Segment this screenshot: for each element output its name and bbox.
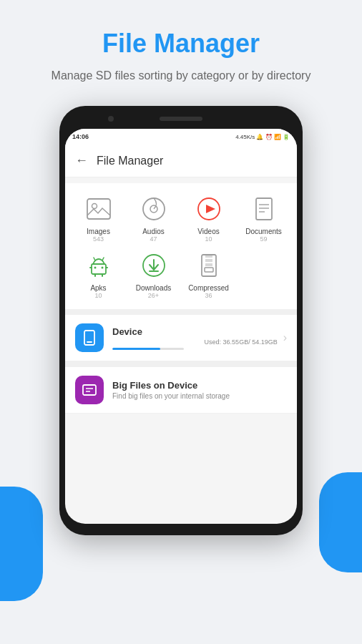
phone-top-bar xyxy=(65,112,297,126)
videos-icon xyxy=(195,195,222,223)
phone-screen: 14:06 4.45K/s 🔔 ⏰ 📶 🔋 ← File Manager xyxy=(65,129,297,524)
documents-count: 59 xyxy=(260,235,267,243)
apks-label: Apks xyxy=(90,284,106,292)
audios-label: Audios xyxy=(142,228,165,235)
big-files-info: Big Files on Device Find big files on yo… xyxy=(112,380,287,400)
svg-rect-0 xyxy=(87,199,110,219)
compressed-count: 36 xyxy=(205,292,212,299)
content-area: Images 543 xyxy=(65,177,297,414)
phone-speaker xyxy=(160,117,202,121)
device-icon xyxy=(81,329,98,346)
device-icon-wrap xyxy=(75,323,104,352)
svg-rect-10 xyxy=(92,264,106,274)
downloads-icon xyxy=(140,252,167,279)
svg-marker-5 xyxy=(206,205,215,213)
device-title: Device xyxy=(112,326,278,337)
category-downloads[interactable]: Downloads 26+ xyxy=(129,250,179,299)
svg-rect-24 xyxy=(205,259,212,262)
documents-icon-wrap xyxy=(248,193,280,225)
compressed-icon xyxy=(195,252,222,279)
documents-icon xyxy=(250,195,278,223)
svg-rect-25 xyxy=(205,263,212,266)
images-icon-wrap xyxy=(83,193,114,225)
videos-label: Videos xyxy=(197,228,219,235)
device-arrow-icon: › xyxy=(283,331,287,344)
phone-camera xyxy=(108,116,114,122)
device-storage-item[interactable]: Device Used: 36.55GB/ 54.19GB › xyxy=(65,315,297,361)
category-videos[interactable]: Videos 10 xyxy=(184,193,234,243)
svg-rect-6 xyxy=(256,198,272,220)
status-speed: 4.45K/s xyxy=(235,134,255,140)
svg-rect-27 xyxy=(84,331,94,345)
category-documents[interactable]: Documents 59 xyxy=(239,193,289,243)
category-audios[interactable]: Audios 47 xyxy=(129,193,179,243)
big-files-subtitle: Find big files on your internal storage xyxy=(112,392,287,400)
divider-1 xyxy=(65,309,297,315)
phone-mockup: 14:06 4.45K/s 🔔 ⏰ 📶 🔋 ← File Manager xyxy=(59,106,303,535)
svg-line-18 xyxy=(102,258,104,260)
status-bar: 14:06 4.45K/s 🔔 ⏰ 📶 🔋 xyxy=(65,129,297,145)
big-files-icon-wrap xyxy=(75,376,104,404)
documents-label: Documents xyxy=(245,228,282,235)
apks-icon-wrap xyxy=(83,250,114,281)
category-section: Images 543 xyxy=(65,183,297,309)
big-files-title: Big Files on Device xyxy=(112,380,287,391)
status-right: 4.45K/s 🔔 ⏰ 📶 🔋 xyxy=(235,134,290,140)
videos-count: 10 xyxy=(205,235,212,243)
svg-point-12 xyxy=(101,267,103,269)
svg-rect-23 xyxy=(205,255,212,258)
svg-rect-29 xyxy=(83,385,96,395)
images-count: 543 xyxy=(93,235,104,243)
device-info: Device Used: 36.55GB/ 54.19GB xyxy=(112,326,278,350)
svg-point-1 xyxy=(92,204,97,209)
category-apks[interactable]: Apks 10 xyxy=(74,250,124,299)
category-images[interactable]: Images 543 xyxy=(74,193,124,243)
category-row-2: Apks 10 xyxy=(71,250,291,299)
app-title: File Manager xyxy=(14,29,348,59)
status-time: 14:06 xyxy=(72,133,89,140)
app-bar-title: File Manager xyxy=(97,155,163,167)
svg-point-11 xyxy=(94,267,96,269)
app-bar: ← File Manager xyxy=(65,145,297,177)
images-label: Images xyxy=(87,228,110,235)
svg-line-17 xyxy=(94,258,95,260)
apks-icon xyxy=(85,252,112,279)
big-files-icon xyxy=(81,381,98,399)
back-button[interactable]: ← xyxy=(75,153,88,168)
downloads-label: Downloads xyxy=(136,284,171,292)
audios-count: 47 xyxy=(150,235,157,243)
bg-decoration-right xyxy=(319,472,362,572)
status-icons: 🔔 ⏰ 📶 🔋 xyxy=(256,134,290,140)
app-subtitle: Manage SD files sorting by category or b… xyxy=(14,67,348,84)
audios-icon-wrap xyxy=(138,193,170,225)
header-area: File Manager Manage SD files sorting by … xyxy=(0,0,362,99)
apks-count: 10 xyxy=(94,292,102,299)
compressed-icon-wrap xyxy=(193,250,225,281)
big-files-item[interactable]: Big Files on Device Find big files on yo… xyxy=(65,367,297,414)
images-icon xyxy=(85,195,112,223)
divider-2 xyxy=(65,361,297,367)
device-progress-fill xyxy=(112,348,160,350)
downloads-count: 26+ xyxy=(148,292,159,299)
audios-icon xyxy=(140,195,167,223)
category-row-1: Images 543 xyxy=(71,193,291,243)
videos-icon-wrap xyxy=(193,193,225,225)
device-progress-bar xyxy=(112,348,184,350)
compressed-label: Compressed xyxy=(188,284,229,292)
bg-decoration-left xyxy=(0,487,43,601)
category-compressed[interactable]: Compressed 36 xyxy=(184,250,234,299)
downloads-icon-wrap xyxy=(138,250,170,281)
svg-rect-26 xyxy=(205,268,213,272)
phone-body: 14:06 4.45K/s 🔔 ⏰ 📶 🔋 ← File Manager xyxy=(59,106,303,535)
device-usage: Used: 36.55GB/ 54.19GB xyxy=(112,338,278,346)
